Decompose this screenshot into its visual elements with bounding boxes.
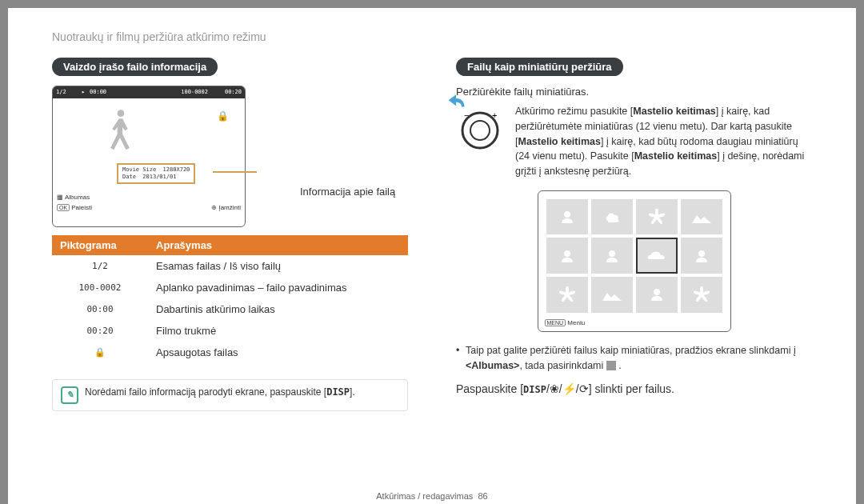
thumbnail[interactable]	[636, 277, 678, 313]
section-pill-video-info: Vaizdo įrašo failo informacija	[52, 58, 218, 76]
menu-button[interactable]: MENU	[545, 319, 566, 326]
thumbnail[interactable]	[591, 277, 633, 313]
manual-page: Nuotraukų ir filmų peržiūra atkūrimo rež…	[8, 8, 856, 504]
table-row: 00:00Dabartinis atkūrimo laikas	[52, 298, 408, 320]
page-number: 86	[478, 491, 487, 501]
zoom-icon: ⊕	[211, 204, 217, 211]
thumbnail[interactable]	[591, 238, 633, 274]
svg-point-25	[694, 294, 702, 302]
zoom-dial-icon: −+	[456, 104, 504, 152]
svg-point-18	[560, 294, 567, 302]
callout-line	[213, 171, 257, 173]
album-label: Albumas	[65, 194, 90, 201]
playback-time: 00:00	[90, 89, 106, 95]
timer-icon: ⟳	[579, 382, 589, 395]
thumbnail[interactable]	[546, 238, 588, 274]
left-column: Vaizdo įrašo failo informacija 1/2 ▸ 00:…	[52, 58, 408, 411]
thumbnail[interactable]	[546, 199, 588, 235]
breadcrumb: Nuotraukų ir filmų peržiūra atkūrimo rež…	[52, 30, 812, 43]
svg-point-9	[650, 217, 657, 225]
icon-description-table: PiktogramaAprašymas 1/2Esamas failas / I…	[52, 235, 408, 363]
tip-bullet: Taip pat galite peržiūrėti failus kaip m…	[456, 343, 812, 374]
duration: 00:20	[225, 89, 242, 95]
table-row: 1/2Esamas failas / Iš viso failų	[52, 255, 408, 277]
info-note-icon: ✎	[61, 386, 78, 404]
flash-icon: ⚡	[562, 382, 576, 395]
thumbnail-grid-screen: MENU Meniu	[538, 190, 731, 332]
svg-point-11	[564, 250, 570, 257]
right-column: Failų kaip miniatiūrų peržiūra Peržiūrėk…	[456, 58, 812, 411]
grey-square-icon	[606, 361, 616, 370]
menu-label: Meniu	[567, 319, 585, 326]
svg-point-20	[654, 289, 660, 295]
play-label: Paleisti	[71, 204, 92, 211]
disp-button: DISP	[523, 384, 546, 395]
svg-text:+: +	[492, 110, 497, 120]
scroll-instruction: Paspauskite [DISP/❀/⚡/⟳] slinkti per fai…	[456, 382, 812, 395]
table-header-icon: Piktograma	[52, 235, 148, 255]
rotate-arrow-icon	[445, 93, 467, 115]
svg-point-12	[609, 250, 615, 257]
table-row: 00:20Filmo trukmė	[52, 320, 408, 342]
dial-instruction: Atkūrimo režimu pasukite [Mastelio keiti…	[515, 104, 812, 179]
thumbnail[interactable]	[681, 277, 722, 313]
file-info-overlay: Movie Size 1280X720 Date 2013/01/01	[117, 163, 195, 184]
intro-text: Peržiūrėkite failų miniatiūras.	[456, 86, 812, 98]
svg-point-4	[564, 211, 570, 218]
svg-point-13	[698, 250, 705, 257]
lock-icon: 🔒	[217, 110, 229, 122]
zoom-label: Įamžinti	[218, 204, 241, 211]
svg-point-1	[470, 121, 490, 140]
thumbnail[interactable]	[591, 199, 633, 235]
ok-button[interactable]: OK	[57, 204, 70, 211]
file-counter: 1/2	[56, 89, 66, 95]
disp-button: DISP	[326, 386, 350, 398]
thumbnail[interactable]	[636, 199, 678, 235]
folder-file-name: 100-0002	[181, 89, 208, 95]
table-row: 100-0002Aplanko pavadinimas – failo pava…	[52, 277, 408, 298]
info-note: ✎ Norėdami failo informaciją parodyti ek…	[52, 379, 408, 411]
svg-point-17	[566, 294, 573, 302]
thumbnail[interactable]	[681, 199, 722, 235]
thumbnail-selected[interactable]	[636, 238, 678, 274]
dancer-silhouette-icon	[101, 106, 141, 158]
table-header-desc: Aprašymas	[148, 235, 408, 255]
album-icon: ▦	[57, 194, 63, 201]
svg-point-24	[700, 294, 707, 302]
thumbnail[interactable]	[681, 238, 722, 274]
section-pill-thumbnails: Failų kaip miniatiūrų peržiūra	[456, 58, 623, 76]
macro-icon: ❀	[550, 382, 559, 395]
svg-point-8	[655, 217, 662, 225]
table-row: 🔒Apsaugotas failas	[52, 342, 408, 363]
thumbnail[interactable]	[546, 277, 588, 313]
page-footer: Atkūrimas / redagavimas 86	[8, 491, 856, 501]
camera-screen-preview: 1/2 ▸ 00:00 100-0002 00:20 🔒 Movie Size …	[52, 86, 246, 227]
callout-caption: Informacija apie failą	[300, 186, 395, 198]
